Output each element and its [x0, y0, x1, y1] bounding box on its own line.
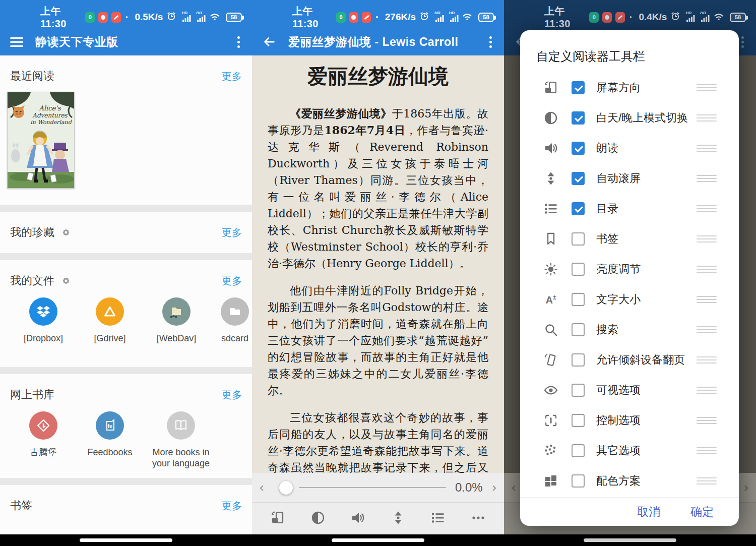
system-nav-bar	[504, 534, 756, 546]
checkbox[interactable]	[572, 263, 585, 276]
checkbox[interactable]	[572, 81, 585, 94]
chevron-left-icon[interactable]: ‹	[259, 481, 264, 494]
home-indicator[interactable]	[80, 538, 172, 542]
drag-handle-icon[interactable]	[697, 326, 717, 333]
toc-list-icon	[543, 201, 558, 216]
option-row-brightness[interactable]: 亮度调节	[520, 254, 739, 284]
drag-handle-icon[interactable]	[697, 296, 717, 303]
cancel-button[interactable]: 取消	[637, 504, 660, 520]
toc-list-icon[interactable]	[430, 510, 446, 527]
net-source-gutenberg[interactable]: 古腾堡	[10, 411, 77, 469]
file-source-dropbox[interactable]: [Dropbox]	[10, 297, 77, 344]
option-row-toc[interactable]: 目录	[520, 194, 739, 224]
checkbox[interactable]	[572, 414, 585, 427]
webdav-folder-icon	[162, 297, 191, 326]
rotate-screen-icon	[543, 80, 558, 95]
drag-handle-icon[interactable]	[697, 114, 717, 122]
home-indicator[interactable]	[332, 538, 424, 542]
option-row-search[interactable]: 搜索	[520, 315, 739, 345]
reader-top-bar: 上午11:30 0 276K/s HD HD 58 爱丽丝梦游仙境 - Lewi…	[252, 0, 504, 55]
section-my-files: 我的文件 更多 [Dropbox] [Gdrive] [WebDav]	[0, 260, 252, 367]
chevron-right-icon[interactable]: ›	[492, 481, 497, 494]
checkbox[interactable]	[572, 172, 585, 185]
more-link[interactable]: 更多	[222, 274, 242, 288]
drag-handle-icon[interactable]	[697, 235, 717, 242]
eye-icon	[543, 383, 558, 398]
auto-scroll-icon[interactable]	[391, 510, 406, 527]
book-cover-art: Alice's Adventures in Wonderland	[8, 92, 75, 189]
checkbox[interactable]	[572, 444, 585, 457]
option-row-misc-options[interactable]: 其它选项	[520, 436, 739, 466]
home-indicator[interactable]	[584, 538, 676, 542]
drag-handle-icon[interactable]	[697, 145, 717, 152]
drag-handle-icon[interactable]	[697, 266, 717, 273]
ok-button[interactable]: 确定	[690, 504, 714, 520]
checkbox[interactable]	[572, 202, 585, 215]
drag-handle-icon[interactable]	[697, 84, 717, 91]
svg-text:Alice's: Alice's	[39, 104, 61, 112]
reader-bottom-bar: ‹ 0.0% ›	[252, 473, 504, 534]
option-row-read-aloud[interactable]: 朗读	[520, 133, 739, 163]
option-row-screen-orientation[interactable]: 屏幕方向	[520, 73, 739, 103]
option-row-visual-options[interactable]: 可视选项	[520, 375, 739, 405]
shield-notification-icon: 0	[589, 12, 599, 23]
section-recent-reading: 最近阅读 更多 Alice's Adventures in Wonderland	[0, 55, 252, 205]
option-row-text-size[interactable]: A± 文字大小	[520, 284, 739, 315]
drag-handle-icon[interactable]	[697, 447, 717, 454]
option-row-day-night[interactable]: 白天/晚上模式切换	[520, 103, 739, 133]
gear-icon[interactable]	[61, 228, 71, 237]
option-row-tilt-page[interactable]: 允许倾斜设备翻页	[520, 345, 739, 375]
option-row-control-options[interactable]: 控制选项	[520, 405, 739, 436]
net-source-feedbooks[interactable]: fe Feedbooks	[77, 411, 143, 469]
checkbox[interactable]	[572, 384, 585, 397]
drag-handle-icon[interactable]	[697, 205, 717, 212]
drag-handle-icon[interactable]	[697, 477, 717, 484]
drag-handle-icon[interactable]	[697, 175, 717, 182]
progress-percent-text: 0.0%	[455, 480, 483, 495]
progress-slider-knob[interactable]	[279, 481, 293, 495]
signal-sim2-icon: HD	[701, 12, 710, 22]
speaker-icon[interactable]	[350, 510, 365, 527]
checkbox[interactable]	[572, 323, 585, 336]
file-source-webdav[interactable]: [WebDav]	[143, 297, 210, 344]
clock-text: 上午11:30	[40, 5, 82, 30]
drag-handle-icon[interactable]	[697, 387, 717, 394]
overflow-menu-icon[interactable]	[235, 36, 242, 48]
section-divider	[0, 205, 252, 212]
section-net-library: 网上书库 更多 古腾堡 fe Feedbooks More books in y…	[0, 374, 252, 478]
clock-text: 上午11:30	[292, 5, 333, 30]
more-options-icon[interactable]	[471, 510, 486, 527]
drag-handle-icon[interactable]	[697, 356, 717, 363]
checkbox[interactable]	[572, 111, 585, 125]
option-row-auto-scroll[interactable]: 自动滚屏	[520, 163, 739, 194]
file-source-sdcard[interactable]: sdcard	[210, 297, 252, 344]
brightness-icon	[543, 262, 558, 277]
reading-page[interactable]: 爱丽丝梦游仙境 《爱丽丝梦游仙境》于1865年出版。故事原形乃是1862年7月4…	[252, 55, 504, 473]
overflow-menu-icon[interactable]	[487, 36, 494, 48]
more-link[interactable]: 更多	[222, 499, 242, 513]
net-source-more-books[interactable]: More books in your language	[143, 411, 219, 469]
option-row-color-scheme[interactable]: 配色方案	[520, 466, 739, 496]
file-source-gdrive[interactable]: [Gdrive]	[77, 297, 143, 344]
more-link[interactable]: 更多	[222, 388, 242, 402]
record-notification-icon	[602, 12, 612, 23]
gear-icon[interactable]	[61, 276, 71, 285]
more-link[interactable]: 更多	[222, 226, 242, 239]
back-arrow-icon[interactable]	[262, 35, 276, 49]
progress-slider-track[interactable]	[299, 487, 446, 488]
drag-handle-icon[interactable]	[697, 417, 717, 424]
checkbox[interactable]	[572, 474, 585, 488]
more-link[interactable]: 更多	[222, 70, 242, 83]
option-row-bookmarks[interactable]: 书签	[520, 224, 739, 254]
day-night-icon[interactable]	[310, 510, 326, 527]
open-book-icon	[167, 411, 195, 440]
net-source-label: More books in your language	[143, 447, 219, 469]
checkbox[interactable]	[572, 142, 585, 155]
checkbox[interactable]	[572, 232, 585, 246]
section-title: 我的珍藏	[10, 225, 54, 240]
checkbox[interactable]	[572, 353, 585, 367]
rotate-screen-icon[interactable]	[270, 510, 285, 527]
checkbox[interactable]	[572, 293, 585, 306]
book-cover-alice[interactable]: Alice's Adventures in Wonderland	[7, 92, 75, 189]
hamburger-menu-icon[interactable]	[10, 37, 23, 47]
